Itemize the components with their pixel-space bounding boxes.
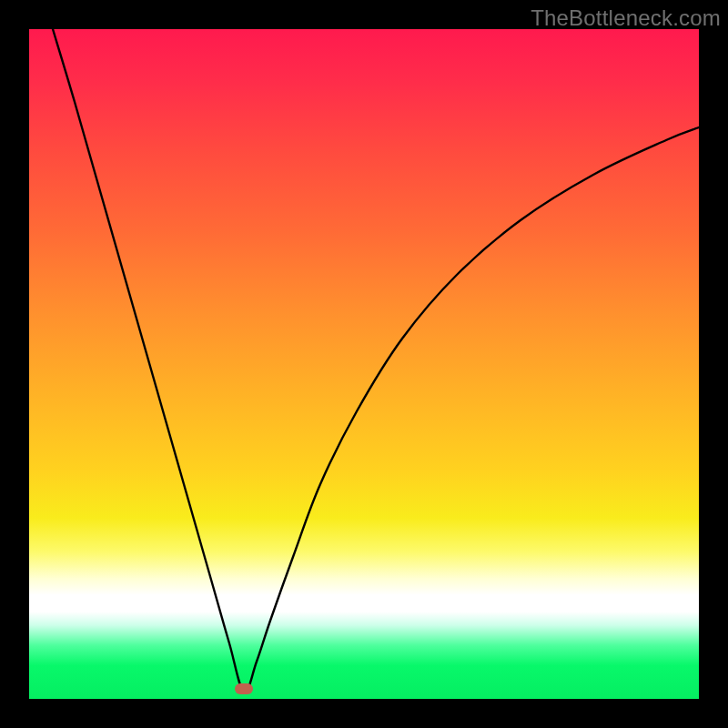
bottleneck-curve [29, 29, 699, 699]
plot-area [29, 29, 699, 699]
watermark-text: TheBottleneck.com [531, 5, 721, 31]
optimal-point-marker [235, 683, 253, 694]
chart-frame: TheBottleneck.com [0, 0, 728, 728]
